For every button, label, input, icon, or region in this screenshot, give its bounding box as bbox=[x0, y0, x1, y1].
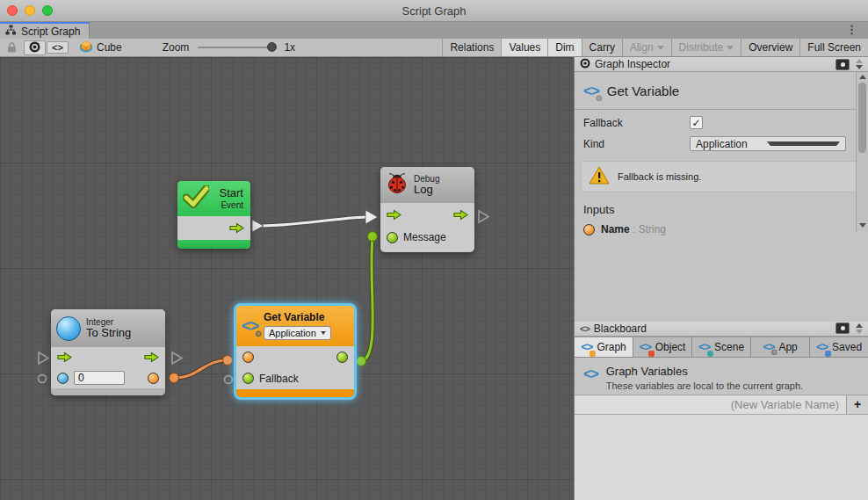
scrollbar-thumb[interactable] bbox=[858, 83, 866, 153]
tab-object[interactable]: <> Object bbox=[633, 337, 692, 357]
tab-graph[interactable]: <> Graph bbox=[575, 337, 633, 357]
new-variable-name-input[interactable] bbox=[575, 395, 847, 414]
titlebar: Script Graph bbox=[0, 0, 868, 22]
node-title: Get Variable bbox=[264, 312, 331, 323]
tab-bar: Script Graph ⋮ bbox=[0, 22, 868, 39]
kind-field-row: Kind Application bbox=[575, 135, 868, 152]
relations-button[interactable]: Relations bbox=[442, 39, 501, 56]
graph-inspector-toggle-button[interactable] bbox=[24, 40, 46, 55]
carry-button[interactable]: Carry bbox=[582, 39, 622, 56]
full-screen-button[interactable]: Full Screen bbox=[799, 39, 868, 56]
name-input-port[interactable] bbox=[242, 351, 254, 363]
node-get-variable[interactable]: <>⚙ Get Variable Application Fal bbox=[236, 306, 354, 397]
add-variable-button[interactable]: + bbox=[847, 395, 868, 414]
graph-inspector-header[interactable]: Graph Inspector bbox=[575, 57, 868, 72]
panel-title: Blackboard bbox=[594, 322, 831, 335]
exec-input-port-icon[interactable] bbox=[387, 209, 401, 221]
panel-title: Graph Inspector bbox=[595, 58, 831, 70]
fallback-input-port[interactable] bbox=[242, 373, 254, 384]
exec-input-port-icon[interactable] bbox=[57, 351, 72, 363]
kebab-menu-icon[interactable]: ⋮ bbox=[846, 23, 857, 36]
lock-icon[interactable] bbox=[0, 42, 23, 53]
tab-script-graph[interactable]: Script Graph bbox=[0, 22, 90, 39]
blackboard-header[interactable]: <> Blackboard bbox=[575, 322, 868, 337]
overview-button[interactable]: Overview bbox=[741, 39, 799, 56]
new-variable-row: + bbox=[575, 395, 868, 415]
inspector-scrollbar[interactable] bbox=[856, 72, 868, 231]
variable-saved-icon: <> bbox=[816, 341, 828, 352]
variable-object-icon: <> bbox=[640, 341, 651, 352]
script-graph-window: Script Graph Script Graph ⋮ < bbox=[0, 0, 868, 500]
blackboard-tabs: <> Graph <> Object <> Scene <>⚙ App <> bbox=[575, 337, 868, 358]
variable-app-icon: <>⚙ bbox=[763, 341, 774, 352]
values-button[interactable]: Values bbox=[501, 39, 547, 56]
zoom-slider-knob[interactable] bbox=[267, 42, 277, 52]
graph-variables-title: Graph Variables bbox=[606, 365, 803, 378]
object-badge-icon bbox=[648, 351, 655, 357]
graph-canvas[interactable]: Start Event bbox=[0, 57, 574, 500]
start-node-footer bbox=[177, 240, 250, 249]
scroll-down-icon[interactable] bbox=[859, 223, 866, 228]
zoom-slider[interactable] bbox=[198, 47, 275, 48]
gear-icon: ⚙ bbox=[255, 330, 262, 338]
code-view-toggle-button[interactable]: <> bbox=[47, 41, 69, 54]
wire-getvariable-to-message bbox=[361, 238, 373, 361]
variable-icon: <>⚙ bbox=[242, 318, 258, 334]
dim-button[interactable]: Dim bbox=[547, 39, 581, 56]
variable-scene-icon: <> bbox=[698, 341, 710, 352]
value-output-port[interactable] bbox=[336, 351, 348, 363]
message-input-port[interactable] bbox=[387, 232, 398, 243]
exec-output-port-icon[interactable] bbox=[144, 351, 159, 363]
window-title: Script Graph bbox=[0, 4, 868, 18]
node-title: Start bbox=[220, 187, 243, 199]
orange-wire-endpoint bbox=[170, 373, 179, 383]
node-title: To String bbox=[86, 327, 131, 339]
warning-box: Fallback is missing. bbox=[581, 161, 862, 192]
graph-variables-icon: <> bbox=[583, 367, 598, 395]
getvariable-fallback-empty-indicator bbox=[225, 376, 233, 384]
getvariable-node-header: <>⚙ Get Variable Application bbox=[236, 306, 354, 346]
integer-value-input[interactable] bbox=[74, 371, 125, 385]
chevron-down-icon bbox=[727, 46, 734, 50]
node-debug-log[interactable]: Debug Log Message bbox=[380, 167, 474, 252]
scroll-up-icon[interactable] bbox=[859, 75, 866, 79]
fallback-checkbox[interactable]: ✓ bbox=[690, 116, 703, 129]
start-node-header: Start Event bbox=[177, 181, 250, 216]
input-name: Name bbox=[601, 223, 630, 236]
panel-resize-arrows[interactable] bbox=[854, 323, 864, 334]
integer-node-header: Integer To String bbox=[51, 309, 165, 347]
debug-node-header: Debug Log bbox=[380, 167, 474, 203]
fallback-label: Fallback bbox=[583, 117, 690, 129]
integer-input-port[interactable] bbox=[57, 373, 69, 384]
right-panel: Graph Inspector <>⚙ Get Variable Fallbac… bbox=[574, 57, 868, 500]
kind-dropdown[interactable]: Application bbox=[690, 136, 846, 151]
variable-kind-dropdown[interactable]: Application bbox=[264, 326, 331, 340]
integer-exec-out-empty-indicator bbox=[172, 352, 182, 364]
getvariable-node-footer bbox=[236, 389, 354, 397]
zoom-value: 1x bbox=[284, 41, 295, 54]
saved-floppy-icon bbox=[825, 351, 831, 357]
node-subtitle: Event bbox=[220, 200, 243, 210]
align-dropdown-button[interactable]: Align bbox=[622, 39, 671, 56]
distribute-dropdown-button[interactable]: Distribute bbox=[671, 39, 741, 56]
variable-graph-icon: <> bbox=[581, 341, 592, 352]
chevron-down-icon bbox=[657, 46, 664, 50]
target-object-label[interactable]: Cube bbox=[97, 41, 122, 54]
inspector-circle-icon bbox=[29, 41, 40, 54]
panel-window-icon[interactable] bbox=[835, 322, 850, 334]
input-type: : String bbox=[633, 223, 666, 236]
node-integer-to-string[interactable]: Integer To String bbox=[51, 309, 165, 395]
string-output-port[interactable] bbox=[148, 373, 159, 384]
tab-saved[interactable]: <> Saved bbox=[810, 337, 868, 357]
exec-output-port-icon[interactable] bbox=[453, 209, 468, 221]
integer-exec-in-empty-indicator bbox=[39, 352, 48, 364]
panel-resize-arrows[interactable] bbox=[854, 59, 864, 69]
node-start-event[interactable]: Start Event bbox=[177, 181, 250, 249]
tab-scene[interactable]: <> Scene bbox=[692, 337, 751, 357]
app-gear-icon: ⚙ bbox=[770, 349, 778, 357]
tab-app[interactable]: <>⚙ App bbox=[751, 337, 810, 357]
panel-window-icon[interactable] bbox=[835, 59, 850, 70]
exec-output-port-icon[interactable] bbox=[229, 222, 244, 234]
debug-exec-out-empty-indicator bbox=[479, 211, 488, 222]
inspector-unit-title: <>⚙ Get Variable bbox=[575, 72, 868, 110]
